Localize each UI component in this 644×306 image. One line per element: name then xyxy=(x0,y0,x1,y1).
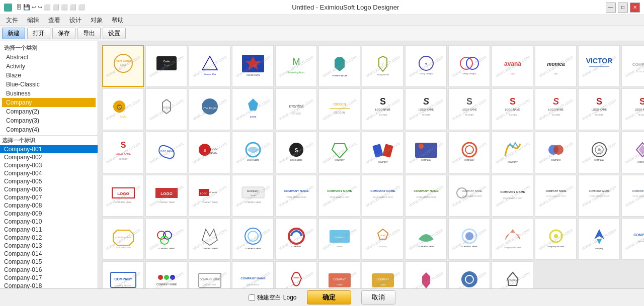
logo-grid-cell[interactable]: COMPANY NAMEyour text herewww.xiaoyech.c… xyxy=(232,261,274,288)
logo-grid-cell[interactable]: monicalogowww.xiaoyech.com xyxy=(535,45,577,87)
logo-grid-cell[interactable]: LOGOCOMPANY NAMEwww.xiaoyech.com xyxy=(145,175,187,217)
cat-company2[interactable]: Company(2) xyxy=(2,107,96,116)
close-button[interactable]: ✕ xyxy=(630,3,640,13)
logo-grid-cell[interactable]: COMPANYGAMEwww.xiaoyech.com xyxy=(492,261,533,288)
logo-grid-cell[interactable]: COMPANYwww.xiaoyech.com xyxy=(492,132,533,173)
logo-grid-cell[interactable]: ROCKET MTNwww.xiaoyech.com xyxy=(232,45,274,87)
logo-grid-cell[interactable]: company info herewww.xiaoyech.com xyxy=(492,218,533,260)
logo-list-item[interactable]: Company-007 xyxy=(0,193,98,201)
logo-grid-cell[interactable]: POWER MEDIAwww.xiaoyech.com xyxy=(318,45,360,87)
logo-list-item[interactable]: Company-015 xyxy=(0,258,98,266)
logo-grid-cell[interactable]: COMPANY NAMEYOUR SAMPLE TEXTwww.xiaoyech… xyxy=(275,175,317,217)
logo-grid-cell[interactable]: COMPANYwww.xiaoyech.com xyxy=(405,132,447,173)
logo-grid-cell[interactable]: COMPANY NAMEYOUR SAMPLE TEXTwww.xiaoyech… xyxy=(492,175,533,217)
logo-list-item[interactable]: Company-005 xyxy=(0,177,98,185)
logo-grid-cell[interactable]: Atom DesignLOGOwww.xiaoyech.com xyxy=(102,45,144,87)
logo-grid-cell[interactable]: SLOGO NAMESLOGANwww.xiaoyech.com xyxy=(621,88,644,130)
logo-grid-cell[interactable]: LOGO NAMEwww.xiaoyech.com xyxy=(232,132,274,173)
logo-grid-cell[interactable]: MMaketingAtomwww.xiaoyech.com xyxy=(275,45,317,87)
toolbar-export[interactable]: 导出 xyxy=(77,28,101,39)
logo-grid-cell[interactable]: SLOGO NAMESLOGANwww.xiaoyech.com xyxy=(448,88,490,130)
logo-grid-cell[interactable]: SLOGO NAMEwww.xiaoyech.com xyxy=(275,132,317,173)
logo-grid-cell[interactable]: company info herewww.xiaoyech.com xyxy=(535,218,577,260)
cat-blaze[interactable]: Blaze xyxy=(2,71,96,80)
logo-grid-cell[interactable]: COMPANYGAMEwww.xiaoyech.com xyxy=(362,261,404,288)
logo-list-item[interactable]: Company-012 xyxy=(0,234,98,242)
blank-logo-checkbox[interactable] xyxy=(249,294,255,301)
menu-object[interactable]: 对象 xyxy=(87,15,107,26)
logo-grid-cell[interactable]: COMPANY NAMEYOUR SAMPLE TEXTwww.xiaoyech… xyxy=(362,175,404,217)
logo-grid-cell[interactable]: COMPANYcompany info herewww.xiaoyech.com xyxy=(102,261,144,288)
logo-grid-cell[interactable]: COMPANY NAMEYOUR SAMPLE TEXTwww.xiaoyech… xyxy=(621,175,644,217)
logo-grid-cell[interactable]: COMPANY NAMEYOUR SAMPLE TEXTwww.xiaoyech… xyxy=(318,175,360,217)
logo-grid-cell[interactable]: COMPANY NAMEYOUR SAMPLE TEXTwww.xiaoyech… xyxy=(448,175,490,217)
logo-grid-cell[interactable]: COMPANYwww.xiaoyech.com xyxy=(275,218,317,260)
logo-grid-cell[interactable]: COMPANY NAMEyour text herewww.xiaoyech.c… xyxy=(145,261,187,288)
logo-list-item[interactable]: Company-001 xyxy=(0,145,98,153)
logo-grid-cell[interactable]: YYoung Studiowww.xiaoyech.com xyxy=(362,45,404,87)
logo-grid-cell[interactable]: COMPANY NAMEYOUR SAMPLE TEXTwww.xiaoyech… xyxy=(535,175,577,217)
logo-grid-cell[interactable]: COMPANYwww.xiaoyech.com xyxy=(275,261,317,288)
cancel-button[interactable]: 取消 xyxy=(361,290,395,304)
logo-list-item[interactable]: Company-008 xyxy=(0,201,98,210)
menu-view[interactable]: 查看 xyxy=(44,15,64,26)
logo-grid-cell[interactable]: companyNAMEwww.xiaoyech.com xyxy=(318,218,360,260)
logo-grid-cell[interactable]: NAMEcompanywww.xiaoyech.com xyxy=(362,218,404,260)
logo-grid-cell[interactable]: 🦁LIONwww.xiaoyech.com xyxy=(102,88,144,130)
logo-grid-cell[interactable]: COMPANYwww.xiaoyech.com xyxy=(405,261,447,288)
logo-grid-cell[interactable]: monicaORIGINwww.xiaoyech.com xyxy=(275,88,317,130)
logo-grid-cell[interactable]: avanalogowww.xiaoyech.com xyxy=(492,45,533,87)
logo-grid-cell[interactable]: SLOGO NAMESLOGANwww.xiaoyech.com xyxy=(492,88,533,130)
menu-edit[interactable]: 编辑 xyxy=(23,15,43,26)
logo-list-item[interactable]: Company-010 xyxy=(0,218,98,226)
logo-grid-cell[interactable]: COMPANY NAMEwww.xiaoyech.com xyxy=(189,218,230,260)
logo-grid-cell[interactable]: COMPANYLOGO NAMEwww.xiaoyech.com xyxy=(621,45,644,87)
logo-grid-cell[interactable]: SLOGO NAMESLOGANwww.xiaoyech.com xyxy=(362,88,404,130)
menu-design[interactable]: 设计 xyxy=(65,15,86,26)
cat-company[interactable]: Company xyxy=(2,98,96,107)
logo-grid-cell[interactable]: COMPANYGAMEwww.xiaoyech.com xyxy=(318,261,360,288)
logo-list-item[interactable]: Company-002 xyxy=(0,153,98,161)
logo-grid-cell[interactable]: LOGO NAMEwww.xiaoyech.com xyxy=(145,132,187,173)
logo-list-item[interactable]: Company-009 xyxy=(0,210,98,218)
logo-grid-cell[interactable]: COMPANY NAMEwww.xiaoyech.com xyxy=(145,218,187,260)
logo-grid-cell[interactable]: COMPANYwww.xiaoyech.com xyxy=(535,132,577,173)
logo-list-item[interactable]: Company-003 xyxy=(0,161,98,169)
logo-grid-cell[interactable]: ARIENAwww.xiaoyech.com xyxy=(145,88,187,130)
logo-grid-cell[interactable]: ORIGINSLOGANwww.xiaoyech.com xyxy=(318,88,360,130)
logo-grid-cell[interactable]: SLOGO NAMESLOGANwww.xiaoyech.com xyxy=(535,88,577,130)
cat-activity[interactable]: Activity xyxy=(2,62,96,71)
logo-grid-cell[interactable]: SLOGONAMEwww.xiaoyech.com xyxy=(189,132,230,173)
logo-grid-cell[interactable]: The Eaglewww.xiaoyech.com xyxy=(189,88,230,130)
ok-button[interactable]: 确定 xyxy=(307,290,351,304)
logo-list-item[interactable]: Company-014 xyxy=(0,250,98,258)
logo-grid-cell[interactable]: COMPANY NAMEyour text herewww.xiaoyech.c… xyxy=(189,261,230,288)
logo-list-item[interactable]: Company-017 xyxy=(0,274,98,282)
maximize-button[interactable]: □ xyxy=(618,3,628,13)
logo-list-item[interactable]: Company-004 xyxy=(0,169,98,177)
logo-list-item[interactable]: Company-011 xyxy=(0,226,98,234)
menu-file[interactable]: 文件 xyxy=(2,15,22,26)
cat-blue-classic[interactable]: Blue-Classic xyxy=(2,80,96,89)
logo-grid-cell[interactable]: SLOGO NAMESLOGANwww.xiaoyech.com xyxy=(102,132,144,173)
logo-grid-cell[interactable]: COMPANYwww.xiaoyech.com xyxy=(318,132,360,173)
content-area[interactable]: Atom DesignLOGOwww.xiaoyech.comCodeCorew… xyxy=(98,41,644,288)
menu-help[interactable]: 帮助 xyxy=(108,15,128,26)
logo-grid-cell[interactable]: COMPANY NAMEYOUR SAMPLE TEXTwww.xiaoyech… xyxy=(405,175,447,217)
toolbar-new[interactable]: 新建 xyxy=(2,28,25,39)
logo-grid-cell[interactable]: LOGOfull nameCOMPANY NAMEwww.xiaoyech.co… xyxy=(189,175,230,217)
logo-grid-cell[interactable]: SLOGO NAMESLOGANwww.xiaoyech.com xyxy=(405,88,447,130)
cat-abstract[interactable]: Abstract xyxy=(2,53,96,62)
logo-grid-cell[interactable]: avarawww.xiaoyech.com xyxy=(232,88,274,130)
logo-grid-cell[interactable]: COMPANY NAMEYOUR SAMPLE TEXTwww.xiaoyech… xyxy=(578,175,620,217)
logo-grid-cell[interactable]: COMPANY NAMEwww.xiaoyech.com xyxy=(448,218,490,260)
toolbar-open[interactable]: 打开 xyxy=(27,28,50,39)
logo-grid-cell[interactable]: YYoung Designswww.xiaoyech.com xyxy=(405,45,447,87)
logo-list-item[interactable]: Company-013 xyxy=(0,242,98,250)
logo-grid-cell[interactable]: SLOGO NAMESLOGANwww.xiaoyech.com xyxy=(578,88,620,130)
logo-list-item[interactable]: Company-018 xyxy=(0,282,98,288)
logo-grid-cell[interactable]: COMPANY NAMEwww.xiaoyech.com xyxy=(232,218,274,260)
toolbar-save[interactable]: 保存 xyxy=(52,28,75,39)
logo-grid-cell[interactable]: CCompanyNameCOMPANY NAMEwww.xiaoyech.com xyxy=(232,175,274,217)
logo-list-item[interactable]: Company-016 xyxy=(0,266,98,274)
